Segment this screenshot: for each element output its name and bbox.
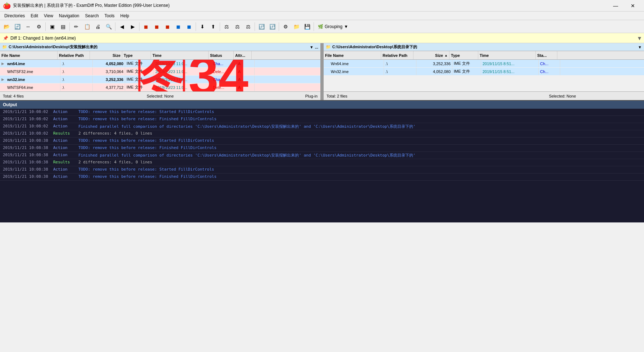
left-col-size[interactable]: Size [90,51,122,59]
tb-btn-col1[interactable]: ▣ [47,22,57,32]
left-selected: Selected: None [108,94,213,98]
file-attr: A [237,76,255,83]
tb-filter4[interactable]: ◼ [173,22,183,32]
menu-tools[interactable]: Tools [102,12,118,20]
file-status: Ch... [539,68,560,75]
file-attr: A [237,60,255,67]
left-col-filename[interactable]: File Name [0,51,58,59]
tb-compare2[interactable]: ⚖ [232,22,242,32]
log-timestamp: 2019/11/21 10:08:02 [3,109,53,114]
tb-refresh-button[interactable]: 🔄 [12,22,22,32]
output-body[interactable]: 2019/11/21 10:08:02 Action TODO: remove … [0,109,644,222]
right-selected: Selected: None [484,94,641,98]
left-col-status[interactable]: Status [209,51,234,59]
right-path-btn1[interactable]: ▼ [638,45,642,49]
file-status: Ch... [539,60,560,67]
log-type: Results [53,160,78,164]
right-file-row[interactable]: Wn32.ime .\ 4,052,080 IME 文件 2019/11/15 … [324,68,644,76]
right-path-text: C:\Users\Administrator\Desktop\系统目录下的 [332,44,417,50]
left-file-row[interactable]: WNTSF64.ime .\ 4,377,712 IME 文件 2019/10/… [0,84,320,91]
tb-settings[interactable]: ⚙ [280,22,291,32]
tb-edit-button[interactable]: ✏ [71,22,81,32]
log-timestamp: 2019/11/21 10:08:38 [3,145,53,150]
menu-help[interactable]: Help [118,12,132,20]
tb-copy-button[interactable]: 📋 [82,22,92,32]
file-name: WNTSF64.ime [6,84,60,91]
log-message: TODO: remove this before release: Starte… [78,109,641,114]
left-pane: 📁 C:\Users\Administrator\Desktop\安装报解出来的… [0,43,321,100]
tb-filter3[interactable]: ◼ [163,22,173,32]
tb-btn-col2[interactable]: ▤ [58,22,68,32]
tb-sync[interactable]: 🔃 [256,22,266,32]
left-file-row[interactable]: ▶ wn64.ime .\ 4,052,080 IME 文件 2019/10/2… [0,60,320,68]
tb-sep2 [69,22,70,31]
tb-filter2[interactable]: ◼ [152,22,162,32]
menu-directories[interactable]: Directories [1,12,28,20]
tb-next-button[interactable]: ▶ [128,22,138,32]
menu-edit[interactable]: Edit [28,12,41,20]
tb-grouping-button[interactable]: 🌿 Grouping ▼ [315,23,351,30]
tb-sep6 [220,22,220,31]
tb-swap-button[interactable]: ↔ [23,22,33,32]
tb-open-button[interactable]: 📂 [1,22,12,32]
tb-compare3[interactable]: ⚖ [243,22,253,32]
right-col-time[interactable]: Time [478,51,536,59]
right-col-size[interactable]: Size ▲ [414,51,449,59]
file-name: wn64.ime [6,60,60,67]
log-row: 2019/11/21 10:08:02 Action TODO: remove … [0,116,644,123]
tb-print-button[interactable]: 🖨 [93,22,103,32]
tb-sync2[interactable]: 🔃 [267,22,277,32]
tb-arrow-up[interactable]: ⬆ [208,22,218,32]
file-type: IME 文件 [125,60,154,67]
tb-sep9 [314,22,314,31]
tb-save[interactable]: 💾 [302,22,312,32]
menu-navigation[interactable]: Navigation [56,12,82,20]
left-col-time[interactable]: Time [151,51,209,59]
log-type: Results [53,131,78,136]
left-file-row[interactable]: ▶ wn32.ime .\ 3,252,336 IME 文件 2019/10/2… [0,76,320,84]
left-file-list: ▶ wn64.ime .\ 4,052,080 IME 文件 2019/10/2… [0,60,320,91]
close-button[interactable]: ✕ [625,0,641,12]
pane-splitter[interactable] [321,43,324,100]
file-time: 2019/10/23 11:0... [154,60,211,67]
output-header: Output [0,101,644,109]
left-col-type[interactable]: Type [122,51,151,59]
left-col-relpath[interactable]: Relative Path [58,51,90,59]
tb-compare[interactable]: ⚖ [221,22,232,32]
right-file-row[interactable]: Wn64.ime .\ 3,252,336 IME 文件 2019/11/15 … [324,60,644,68]
log-message: Finished parallel full comparison of dir… [78,124,641,129]
grouping-arrow: ▼ [344,24,348,29]
log-timestamp: 2019/11/21 10:08:02 [3,124,53,128]
diff-expand-icon[interactable]: ▾ [638,34,641,42]
left-col-attr[interactable]: Attr... [234,51,252,59]
grouping-label: Grouping [325,24,342,29]
file-status: Cha... [211,76,237,83]
tb-filter1[interactable]: ◼ [141,22,151,32]
tb-sep8 [279,22,279,31]
sort-indicator: ▲ [444,54,448,57]
tb-folder[interactable]: 📁 [291,22,301,32]
left-file-row[interactable]: WNTSF32.ime .\ 3,710,064 IME 文件 2019/10/… [0,68,320,76]
left-path-btn1[interactable]: ▼ [310,45,314,49]
right-path-icon: 📁 [326,45,331,49]
file-type: IME 文件 [125,84,154,91]
left-path-btn2[interactable]: ... [315,45,318,49]
tb-options-button[interactable]: ⚙ [34,22,44,32]
file-time: 2019/11/15 8:51... [481,60,539,67]
right-col-filename[interactable]: File Name [324,51,381,59]
right-col-relpath[interactable]: Relative Path [381,51,414,59]
menu-view[interactable]: View [41,12,56,20]
tb-arrow-down[interactable]: ⬇ [197,22,207,32]
right-col-status[interactable]: Sta... [536,51,557,59]
tb-filter5[interactable]: ◼ [184,22,194,32]
minimize-button[interactable]: — [607,0,624,12]
right-col-type[interactable]: Type [449,51,478,59]
menu-search[interactable]: Search [82,12,102,20]
tb-prev-button[interactable]: ◀ [117,22,127,32]
file-size: 4,377,712 [93,84,125,91]
tb-find-button[interactable]: 🔍 [104,22,114,32]
file-attr: A [237,68,255,75]
right-status-bar: Total: 2 files Selected: None [324,91,644,100]
left-pane-path: 📁 C:\Users\Administrator\Desktop\安装报解出来的… [0,43,320,51]
log-type: Action [53,167,78,172]
